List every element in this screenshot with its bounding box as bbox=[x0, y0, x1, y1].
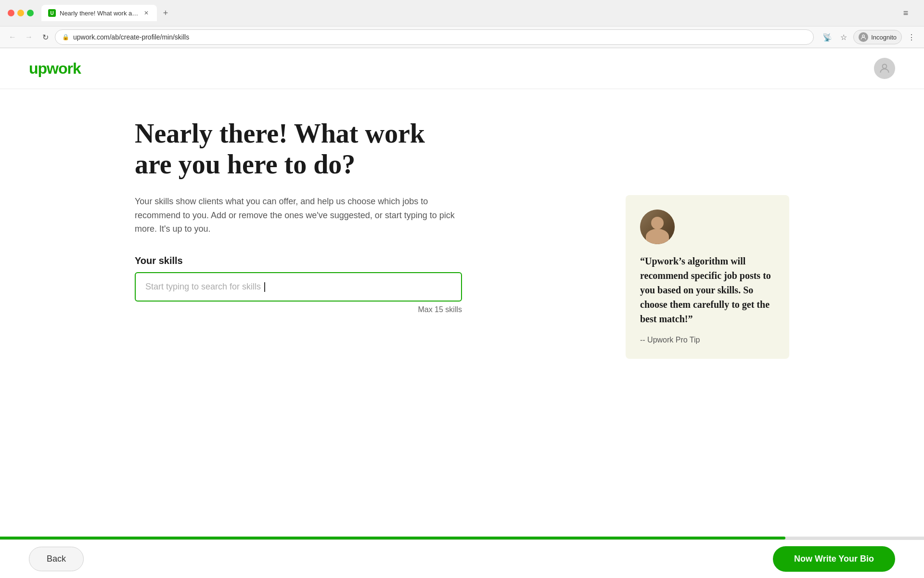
page-description: Your skills show clients what you can of… bbox=[135, 195, 462, 236]
pro-tip-avatar bbox=[640, 210, 675, 244]
pro-tip-card: “Upwork’s algorithm will recommend speci… bbox=[626, 195, 789, 359]
browser-actions: 📡 ☆ Incognito ⋮ bbox=[821, 30, 918, 44]
skills-input-wrapper[interactable]: Start typing to search for skills bbox=[135, 272, 462, 302]
bookmark-icon[interactable]: ☆ bbox=[837, 30, 850, 44]
max-skills-hint: Max 15 skills bbox=[135, 305, 462, 314]
url-text: upwork.com/ab/create-profile/min/skills bbox=[73, 33, 807, 41]
cast-icon[interactable]: 📡 bbox=[821, 30, 834, 44]
lock-icon: 🔒 bbox=[62, 34, 69, 40]
svg-point-1 bbox=[883, 64, 887, 68]
browser-titlebar: U Nearly there! What work are y... ✕ + ≡ bbox=[0, 0, 924, 26]
upwork-logo[interactable]: upwork bbox=[29, 60, 81, 78]
address-bar[interactable]: 🔒 upwork.com/ab/create-profile/min/skill… bbox=[55, 29, 814, 45]
traffic-lights bbox=[8, 10, 34, 16]
tab-title: Nearly there! What work are y... bbox=[60, 10, 139, 17]
browser-chrome: U Nearly there! What work are y... ✕ + ≡… bbox=[0, 0, 924, 48]
nav-controls: ← → ↻ 🔒 upwork.com/ab/create-profile/min… bbox=[0, 26, 924, 48]
pro-tip-avatar-image bbox=[640, 210, 675, 244]
new-tab-button[interactable]: + bbox=[159, 6, 172, 20]
reload-button[interactable]: ↻ bbox=[38, 30, 52, 44]
more-button[interactable]: ⋮ bbox=[905, 30, 918, 44]
next-button[interactable]: Now Write Your Bio bbox=[773, 546, 895, 572]
active-tab[interactable]: U Nearly there! What work are y... ✕ bbox=[41, 5, 157, 21]
content-right: “Upwork’s algorithm will recommend speci… bbox=[626, 195, 789, 359]
back-nav-button[interactable]: ← bbox=[6, 30, 19, 44]
fullscreen-traffic-light[interactable] bbox=[27, 10, 34, 16]
skills-search-input[interactable]: Start typing to search for skills bbox=[136, 273, 461, 301]
incognito-label: Incognito bbox=[871, 34, 897, 41]
incognito-button[interactable]: Incognito bbox=[853, 30, 902, 44]
bottom-bar: Back Now Write Your Bio bbox=[0, 539, 924, 578]
page-wrapper: upwork Nearly there! What work are you h… bbox=[0, 48, 924, 578]
back-button[interactable]: Back bbox=[29, 547, 84, 571]
tab-bar: U Nearly there! What work are y... ✕ + bbox=[41, 5, 812, 21]
close-traffic-light[interactable] bbox=[8, 10, 14, 16]
minimize-traffic-light[interactable] bbox=[17, 10, 24, 16]
incognito-avatar-icon bbox=[859, 32, 868, 42]
skills-placeholder-text: Start typing to search for skills bbox=[145, 282, 261, 291]
page-title: Nearly there! What work are you here to … bbox=[135, 118, 462, 180]
tab-favicon: U bbox=[48, 9, 56, 17]
svg-point-0 bbox=[862, 35, 865, 37]
main-content: Nearly there! What work are you here to … bbox=[77, 89, 847, 388]
forward-nav-button[interactable]: → bbox=[22, 30, 36, 44]
pro-tip-attribution: -- Upwork Pro Tip bbox=[640, 336, 775, 344]
text-cursor bbox=[264, 282, 265, 292]
content-left: Nearly there! What work are you here to … bbox=[135, 118, 462, 359]
pro-tip-quote: “Upwork’s algorithm will recommend speci… bbox=[640, 254, 775, 326]
site-header: upwork bbox=[0, 48, 924, 89]
tab-close-button[interactable]: ✕ bbox=[142, 9, 150, 17]
user-avatar[interactable] bbox=[874, 58, 895, 79]
skills-label: Your skills bbox=[135, 255, 462, 266]
browser-menu-button[interactable]: ≡ bbox=[899, 6, 912, 20]
